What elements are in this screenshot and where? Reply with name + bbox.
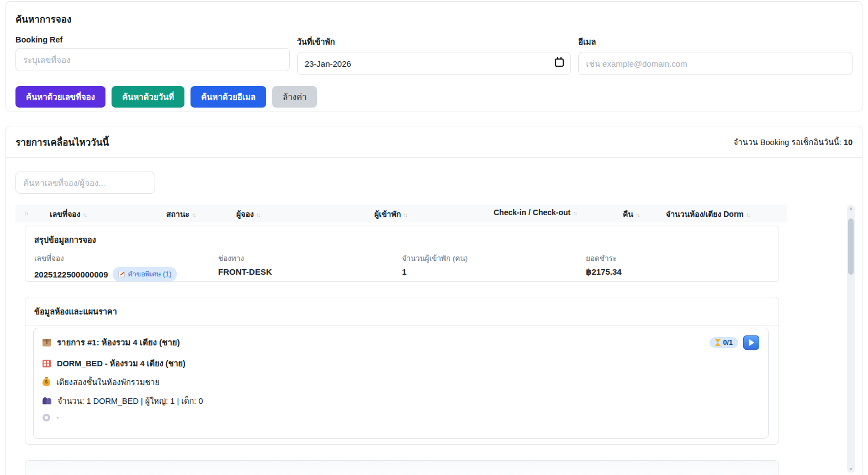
guests-value: 1 xyxy=(402,267,586,276)
email-label: อีเมล xyxy=(578,35,853,48)
room-type-row: DORM_BED - ห้องรวม 4 เตียง (ชาย) xyxy=(43,357,759,370)
special-request-label: คำขอพิเศษ (1) xyxy=(128,269,171,280)
scroll-down-icon[interactable]: ▼ xyxy=(847,467,855,472)
paid-value: ฿2175.34 xyxy=(586,267,770,277)
booking-ref-input[interactable] xyxy=(15,48,290,71)
column-guest[interactable]: ผู้เข้าพัก↑↓ xyxy=(374,208,407,220)
email-group: อีเมล xyxy=(578,35,853,75)
checkin-progress-badge: 0/1 xyxy=(710,337,738,348)
summary-title: สรุปข้อมูลการจอง xyxy=(34,233,770,246)
meal-row: - xyxy=(43,413,759,422)
calendar-icon[interactable] xyxy=(555,58,564,67)
sort-icon[interactable]: ↑↓ xyxy=(256,211,260,218)
sort-icon[interactable]: ↑↓ xyxy=(636,211,639,218)
sort-icon[interactable]: ↑↓ xyxy=(24,210,28,216)
room-item-card: รายการ #1: ห้องรวม 4 เตียง (ชาย) 0/1 DOR… xyxy=(33,328,769,439)
summary-grid: เลขที่จอง 2025122500000009 คำขอพิเศษ (1)… xyxy=(34,252,770,281)
room-rateplan-card: ข้อมูลห้องและแผนราคา รายการ #1: ห้องรวม … xyxy=(25,297,779,445)
booking-no-value: 2025122500000009 xyxy=(34,270,108,279)
bookings-table-header: ↑↓ เลขที่จอง↑↓ สถานะ↑↓ ผู้จอง↑↓ ผู้เข้าพ… xyxy=(15,205,787,222)
sort-icon[interactable]: ↑↓ xyxy=(403,211,407,218)
sort-icon[interactable]: ↑↓ xyxy=(83,211,87,218)
occupancy-text: จำนวน: 1 DORM_BED | ผู้ใหญ่: 1 | เด็ก: 0 xyxy=(57,394,203,407)
column-booking-no[interactable]: เลขที่จอง↑↓ xyxy=(50,208,86,220)
booking-filter-input[interactable] xyxy=(15,172,155,194)
room-item-title: รายการ #1: ห้องรวม 4 เตียง (ชาย) xyxy=(57,336,180,349)
booking-ref-group: Booking Ref xyxy=(15,35,290,75)
people-icon xyxy=(43,397,51,404)
search-booking-card: ค้นหาการจอง Booking Ref วันที่เข้าพัก อี… xyxy=(6,1,862,111)
guests-label: จำนวนผู้เข้าพัก (คน) xyxy=(402,252,586,264)
memo-icon xyxy=(118,271,125,278)
paid-label: ยอดชำระ xyxy=(586,252,770,264)
pending-checkin-counter: จำนวน Booking รอเช็กอินวันนี้: 10 xyxy=(733,136,853,148)
pending-checkin-label: จำนวน Booking รอเช็กอินวันนี้: xyxy=(733,138,841,147)
play-icon xyxy=(749,339,754,346)
checkin-progress-label: 0/1 xyxy=(723,339,733,346)
search-by-ref-button[interactable]: ค้นหาด้วยเลขที่จอง xyxy=(15,86,105,108)
search-by-email-button[interactable]: ค้นหาด้วยอีเมล xyxy=(190,86,266,108)
room-item-title-row: รายการ #1: ห้องรวม 4 เตียง (ชาย) 0/1 xyxy=(43,335,759,350)
checkin-date-group: วันที่เข้าพัก xyxy=(297,35,571,75)
booking-ref-label: Booking Ref xyxy=(15,35,290,44)
search-form-row: Booking Ref วันที่เข้าพัก อีเมล xyxy=(15,35,853,75)
scrollbar-thumb[interactable] xyxy=(848,218,854,275)
channel-value: FRONT-DESK xyxy=(218,267,402,276)
room-section-title: ข้อมูลห้องและแผนราคา xyxy=(25,297,779,326)
clear-button[interactable]: ล้างค่า xyxy=(272,86,317,108)
meal-plate-icon xyxy=(43,414,50,421)
column-expander[interactable]: ↑↓ xyxy=(22,208,28,217)
sort-icon[interactable]: ↑↓ xyxy=(573,210,576,216)
checkin-date-input[interactable] xyxy=(297,52,571,75)
column-status[interactable]: สถานะ↑↓ xyxy=(166,208,195,220)
column-nights[interactable]: คืน↑↓ xyxy=(623,208,639,220)
booking-no-label: เลขที่จอง xyxy=(34,252,218,264)
search-buttons-row: ค้นหาด้วยเลขที่จอง ค้นหาด้วยวันที่ ค้นหา… xyxy=(15,86,853,108)
summary-channel: ช่องทาง FRONT-DESK xyxy=(218,252,402,281)
occupancy-row: จำนวน: 1 DORM_BED | ผู้ใหญ่: 1 | เด็ก: 0 xyxy=(43,394,759,407)
column-checkin-checkout[interactable]: Check-in / Check-out↑↓ xyxy=(494,208,576,217)
search-by-date-button[interactable]: ค้นหาด้วยวันที่ xyxy=(112,86,184,108)
email-input[interactable] xyxy=(578,52,853,75)
room-type-text: DORM_BED - ห้องรวม 4 เตียง (ชาย) xyxy=(57,357,186,370)
today-movements-card: รายการเคลื่อนไหววันนี้ จำนวน Booking รอเ… xyxy=(6,126,862,475)
checkin-date-label: วันที่เข้าพัก xyxy=(297,35,571,48)
package-icon xyxy=(43,339,51,346)
checkin-play-button[interactable] xyxy=(743,335,759,350)
special-request-badge[interactable]: คำขอพิเศษ (1) xyxy=(113,267,177,281)
summary-booking-no: เลขที่จอง 2025122500000009 คำขอพิเศษ (1) xyxy=(34,252,218,281)
hourglass-icon xyxy=(715,339,721,346)
movements-header: รายการเคลื่อนไหววันนี้ จำนวน Booking รอเ… xyxy=(6,126,862,158)
sort-icon[interactable]: ↑↓ xyxy=(192,211,195,218)
column-rooms-dorm[interactable]: จำนวนห้อง/เตียง Dorm↑↓ xyxy=(666,208,749,220)
summary-guests: จำนวนผู้เข้าพัก (คน) 1 xyxy=(402,252,586,281)
money-bag-icon xyxy=(43,378,50,386)
channel-label: ช่องทาง xyxy=(218,252,402,264)
summary-paid: ยอดชำระ ฿2175.34 xyxy=(586,252,770,281)
sort-icon[interactable]: ↑↓ xyxy=(746,211,750,218)
column-booker[interactable]: ผู้จอง↑↓ xyxy=(236,208,260,220)
movements-title: รายการเคลื่อนไหววันนี้ xyxy=(15,135,109,150)
rate-plan-row: เตียงสองชั้นในห้องพักรวมชาย xyxy=(43,376,759,388)
scroll-up-icon[interactable]: ▲ xyxy=(847,206,855,211)
booking-summary-panel: สรุปข้อมูลการจอง เลขที่จอง 2025122500000… xyxy=(25,226,779,282)
search-section-title: ค้นหาการจอง xyxy=(15,12,853,26)
hotel-icon xyxy=(43,360,51,367)
next-section-card xyxy=(25,460,779,475)
meal-text: - xyxy=(56,413,59,422)
table-scrollbar[interactable]: ▲ ▼ xyxy=(847,205,855,473)
rate-plan-text: เตียงสองชั้นในห้องพักรวมชาย xyxy=(56,376,160,388)
pending-checkin-count: 10 xyxy=(844,138,853,147)
